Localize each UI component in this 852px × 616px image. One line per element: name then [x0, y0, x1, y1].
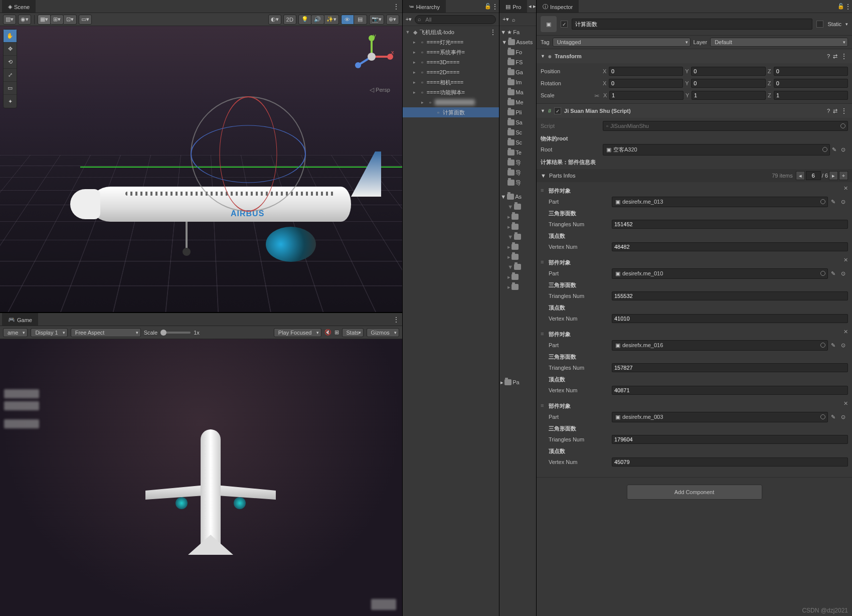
project-folder[interactable]: ▸ [499, 222, 536, 232]
project-folder[interactable]: 导 [499, 178, 536, 188]
hierarchy-item-selected[interactable]: ▫ 计算面数 [403, 107, 499, 117]
project-folder[interactable]: ▸ [499, 252, 536, 262]
fold-icon[interactable]: ▼ [541, 54, 545, 59]
fullscreen-icon[interactable]: ⊞ [334, 329, 339, 336]
tool-shading[interactable]: ◉▾ [18, 15, 31, 25]
tool-2d[interactable]: 2D [283, 15, 296, 25]
vertex-input[interactable] [612, 242, 848, 251]
part-object-field[interactable]: ▣desirefx.me_010 [612, 268, 828, 279]
gizmos-dropdown[interactable]: Gizmos [367, 328, 399, 337]
component-menu-icon[interactable]: ⋮ [840, 107, 848, 115]
gameobject-icon[interactable]: ▣ [541, 16, 557, 32]
inspector-menu-icon[interactable]: ⋮ [844, 3, 852, 11]
drag-handle-icon[interactable]: ≡ [541, 331, 544, 337]
tool-snap[interactable]: ⊞▾ [51, 15, 64, 25]
rect-tool[interactable]: ▭ [4, 82, 17, 95]
list-add-button[interactable]: + [839, 171, 848, 180]
layer-dropdown[interactable]: Default [710, 38, 848, 47]
tool-audio[interactable]: 🔊 [311, 15, 324, 25]
component-menu-icon[interactable]: ⋮ [840, 52, 848, 60]
project-folder[interactable]: Me [499, 97, 536, 107]
game-viewport[interactable] [0, 339, 402, 616]
static-checkbox[interactable] [816, 21, 823, 28]
project-folder[interactable]: Ma [499, 87, 536, 97]
project-folder[interactable]: Ga [499, 67, 536, 77]
lock-icon[interactable]: 🔓 [837, 3, 844, 10]
move-tool[interactable]: ✥ [4, 43, 17, 56]
rot-y-input[interactable] [691, 79, 765, 88]
scale-slider[interactable] [160, 332, 191, 334]
project-folder[interactable]: Im [499, 77, 536, 87]
tool-pivot[interactable]: ▥▾ [3, 15, 16, 25]
project-folder[interactable]: Fo [499, 47, 536, 57]
play-focused-dropdown[interactable]: Play Focused [274, 328, 321, 337]
display-dropdown[interactable]: Display 1 [31, 328, 67, 337]
edit-icon[interactable]: ✎ [832, 146, 839, 153]
project-folder[interactable]: ▼ [499, 202, 536, 212]
lock-icon[interactable]: 🔓 [484, 3, 491, 10]
scene-menu[interactable]: ⋮ [489, 28, 499, 36]
transform-tool[interactable]: ✦ [4, 95, 17, 108]
scene-tab[interactable]: ◈ Scene [2, 0, 36, 13]
hierarchy-item[interactable]: ▸▫====3D==== [403, 57, 499, 67]
hierarchy-search[interactable]: All [415, 15, 496, 24]
scale-z-input[interactable] [774, 91, 848, 100]
page-prev-button[interactable]: ◂ [796, 171, 805, 180]
remove-icon[interactable]: ✕ [843, 400, 848, 407]
orientation-gizmo[interactable]: y x [349, 34, 394, 79]
stats-button[interactable]: Stats [342, 328, 364, 337]
hierarchy-item[interactable]: ▸▫====系统事件= [403, 47, 499, 57]
tool-light[interactable]: 💡 [298, 15, 311, 25]
project-folder[interactable]: 导 [499, 168, 536, 178]
pos-y-input[interactable] [691, 67, 765, 76]
vertex-input[interactable] [612, 386, 848, 395]
picker-icon[interactable]: ⊙ [841, 270, 848, 277]
scale-tool[interactable]: ⤢ [4, 69, 17, 82]
drag-handle-icon[interactable]: ≡ [541, 402, 544, 408]
page-input[interactable] [806, 171, 821, 180]
project-create-icon[interactable]: +▾ [502, 16, 508, 23]
rotate-tool[interactable]: ⟲ [4, 56, 17, 69]
vertex-input[interactable] [612, 457, 848, 467]
hierarchy-menu-icon[interactable]: ⋮ [491, 3, 499, 11]
project-folder[interactable]: Pli [499, 107, 536, 117]
picker-icon[interactable]: ⊙ [841, 146, 848, 153]
aspect-dropdown[interactable]: Free Aspect [71, 328, 141, 337]
remove-icon[interactable]: ✕ [843, 257, 848, 263]
pos-x-input[interactable] [609, 67, 683, 76]
tool-layers[interactable]: ▤ [354, 15, 367, 25]
search-icon[interactable]: ⌕ [512, 17, 516, 23]
project-folder[interactable]: Sc [499, 127, 536, 137]
edit-icon[interactable]: ✎ [831, 270, 838, 277]
tool-hidden[interactable]: 👁 [341, 15, 354, 25]
remove-icon[interactable]: ✕ [843, 185, 848, 192]
constrain-icon[interactable]: ⫘ [594, 92, 599, 98]
project-folder[interactable]: Sa [499, 117, 536, 127]
project-folder[interactable]: Te [499, 147, 536, 158]
scene-menu-icon[interactable]: ⋮ [393, 3, 400, 11]
favorites-row[interactable]: ▼★ Fa [499, 27, 536, 37]
project-folder[interactable]: ▼ [499, 232, 536, 242]
hierarchy-item[interactable]: ▸▫====相机==== [403, 77, 499, 87]
picker-icon[interactable]: ⊙ [841, 199, 848, 205]
help-icon[interactable]: ? [827, 108, 830, 114]
edit-icon[interactable]: ✎ [831, 342, 838, 349]
scene-root[interactable]: ▼◆ 飞机组成-todo ⋮ [403, 27, 499, 37]
assets-row[interactable]: ▼Assets [499, 37, 536, 47]
scale-y-input[interactable] [692, 91, 766, 100]
triangles-input[interactable] [612, 291, 848, 300]
fold-icon[interactable]: ▼ [541, 108, 545, 113]
hand-tool[interactable]: ✋ [4, 30, 17, 43]
drag-handle-icon[interactable]: ≡ [541, 187, 544, 193]
picker-icon[interactable]: ⊙ [841, 342, 848, 349]
list-fold-icon[interactable]: ▼ [541, 173, 546, 179]
inspector-tab[interactable]: ⓘ Inspector [537, 0, 579, 13]
active-checkbox[interactable]: ✓ [561, 21, 568, 28]
tool-camera[interactable]: 📷▾ [369, 15, 384, 25]
hierarchy-tab[interactable]: ≔ Hierarchy [403, 0, 446, 13]
drag-handle-icon[interactable]: ≡ [541, 259, 544, 265]
assets-section[interactable]: ▼As [499, 192, 536, 202]
game-tab[interactable]: 🎮 Game [2, 313, 38, 326]
project-folder[interactable]: FS [499, 57, 536, 67]
scene-viewport[interactable]: ✋ ✥ ⟲ ⤢ ▭ ✦ y [0, 26, 402, 312]
